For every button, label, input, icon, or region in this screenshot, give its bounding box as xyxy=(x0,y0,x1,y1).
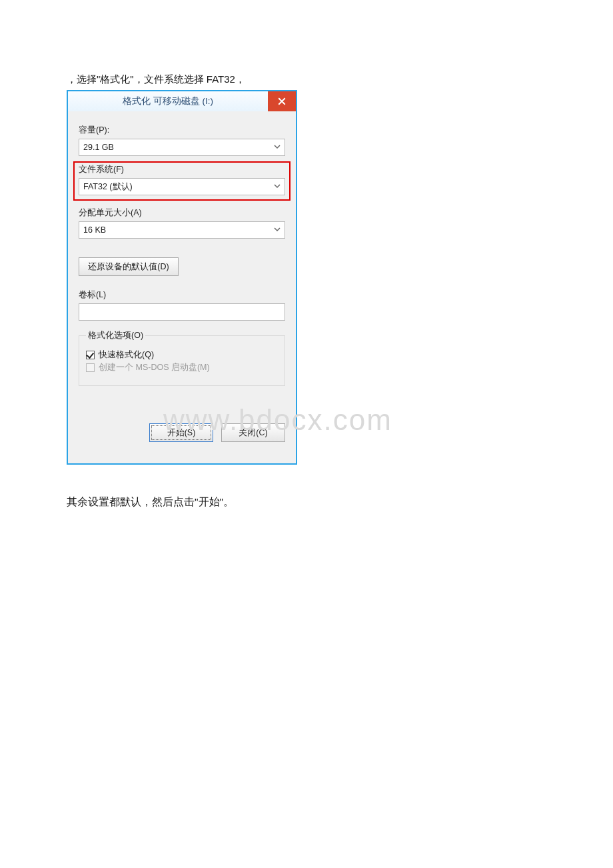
dialog-body: 容量(P): 29.1 GB 文件系统(F) FAT32 (默认) xyxy=(68,111,296,463)
checkbox-msdos-boot xyxy=(86,363,95,372)
restore-defaults-button[interactable]: 还原设备的默认值(D) xyxy=(79,257,179,276)
quick-format-row[interactable]: 快速格式化(Q) xyxy=(86,349,279,361)
format-options-group: 格式化选项(O) 快速格式化(Q) 创建一个 MS-DOS 启动盘(M) xyxy=(79,330,285,386)
select-alloc[interactable]: 16 KB xyxy=(79,221,285,239)
start-button[interactable]: 开始(S) xyxy=(149,423,213,442)
label-capacity: 容量(P): xyxy=(79,125,285,136)
chevron-down-icon xyxy=(274,225,281,235)
msdos-boot-row: 创建一个 MS-DOS 启动盘(M) xyxy=(86,362,279,373)
dialog-title: 格式化 可移动磁盘 (I:) xyxy=(68,91,268,111)
chevron-down-icon xyxy=(274,182,281,191)
highlight-filesystem: 文件系统(F) FAT32 (默认) xyxy=(73,161,291,201)
value-filesystem: FAT32 (默认) xyxy=(83,181,133,193)
close-icon[interactable] xyxy=(268,91,296,111)
format-options-legend: 格式化选项(O) xyxy=(86,330,145,341)
format-dialog: 格式化 可移动磁盘 (I:) 容量(P): 29.1 GB 文件系统(F) xyxy=(67,90,297,465)
label-volume-text: 卷标(L) xyxy=(79,290,106,299)
close-button[interactable]: 关闭(C) xyxy=(221,423,285,442)
value-alloc: 16 KB xyxy=(83,225,106,235)
label-msdos-boot: 创建一个 MS-DOS 启动盘(M) xyxy=(99,362,210,373)
intro-text: ，选择"格式化"，文件系统选择 FAT32， xyxy=(67,73,546,86)
after-text: 其余设置都默认，然后点击"开始"。 xyxy=(67,495,546,509)
label-volume: 卷标(L) xyxy=(79,289,285,301)
label-alloc-text: 分配单元大小(A) xyxy=(79,208,142,217)
select-capacity[interactable]: 29.1 GB xyxy=(79,139,285,156)
label-quick-format: 快速格式化(Q) xyxy=(99,349,154,361)
label-alloc: 分配单元大小(A) xyxy=(79,207,285,219)
volume-label-input[interactable] xyxy=(79,303,285,321)
checkbox-quick-format[interactable] xyxy=(86,351,95,359)
label-filesystem-text: 文件系统(F) xyxy=(79,165,124,174)
close-button-label: 关闭(C) xyxy=(239,427,267,439)
value-capacity: 29.1 GB xyxy=(83,143,114,152)
restore-defaults-label: 还原设备的默认值(D) xyxy=(88,261,169,273)
dialog-button-row: 开始(S) 关闭(C) xyxy=(79,423,285,442)
label-filesystem: 文件系统(F) xyxy=(79,164,285,175)
label-capacity-text: 容量(P): xyxy=(79,125,109,135)
select-filesystem[interactable]: FAT32 (默认) xyxy=(79,178,285,195)
titlebar: 格式化 可移动磁盘 (I:) xyxy=(68,91,296,111)
start-button-label: 开始(S) xyxy=(167,427,196,439)
chevron-down-icon xyxy=(274,143,281,152)
